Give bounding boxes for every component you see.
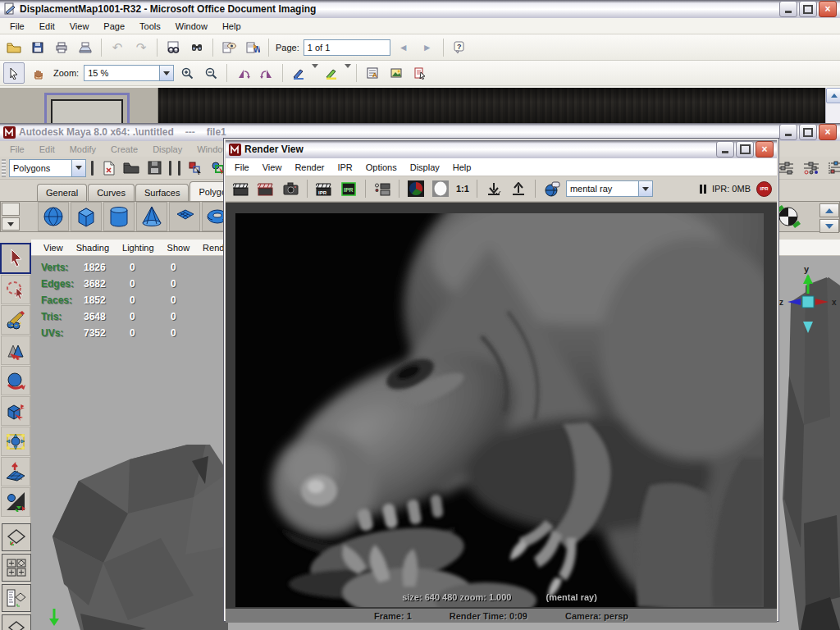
renderer-combobox[interactable]: mental ray bbox=[566, 180, 653, 197]
select-annotation-icon[interactable] bbox=[409, 62, 431, 84]
zoom-combo-arrow-icon[interactable] bbox=[159, 66, 173, 80]
pause-ipr-icon[interactable] bbox=[700, 185, 706, 194]
pen-icon[interactable] bbox=[288, 62, 309, 84]
find-icon[interactable] bbox=[186, 37, 208, 58]
panel-menu-show[interactable]: Show bbox=[162, 241, 196, 254]
maya-menu-modify[interactable]: Modify bbox=[63, 143, 103, 156]
poly-cone-icon[interactable] bbox=[136, 202, 167, 231]
region-render-icon[interactable] bbox=[372, 178, 393, 199]
page-field[interactable]: 1 of 1 bbox=[304, 39, 390, 56]
maya-menu-create[interactable]: Create bbox=[104, 143, 144, 156]
redo-icon[interactable]: ↷ bbox=[130, 37, 152, 58]
highlighter-dropdown-icon[interactable] bbox=[345, 68, 351, 78]
single-pane-layout-icon[interactable] bbox=[2, 523, 31, 551]
previous-page-icon[interactable]: ◄ bbox=[393, 37, 414, 58]
alpha-display-icon[interactable] bbox=[430, 178, 451, 199]
rgb-display-icon[interactable] bbox=[405, 178, 427, 199]
shelf-tab-curves[interactable]: Curves bbox=[88, 184, 135, 201]
modi-close-icon[interactable]: × bbox=[819, 1, 837, 17]
status-separator[interactable] bbox=[91, 161, 94, 176]
undo-icon[interactable]: ↶ bbox=[107, 37, 128, 58]
save-scene-icon[interactable] bbox=[144, 158, 164, 178]
next-page-icon[interactable]: ► bbox=[417, 37, 438, 58]
help-icon[interactable]: ? bbox=[449, 37, 470, 58]
scan-icon[interactable] bbox=[75, 37, 96, 58]
shelf-selector-arrow-icon[interactable] bbox=[2, 217, 20, 231]
modi-menu-edit[interactable]: Edit bbox=[33, 20, 62, 33]
poly-cylinder-icon[interactable] bbox=[103, 202, 135, 231]
maya-close-icon[interactable]: × bbox=[819, 124, 837, 140]
renderer-combo-arrow-icon[interactable] bbox=[638, 181, 652, 196]
keep-image-icon[interactable] bbox=[483, 178, 504, 199]
modi-scrollbar[interactable] bbox=[825, 88, 840, 123]
status-separator[interactable] bbox=[178, 161, 180, 176]
highlighter-icon[interactable] bbox=[321, 62, 342, 84]
open-scene-icon[interactable] bbox=[121, 158, 141, 178]
maya-restore-icon[interactable] bbox=[799, 124, 817, 140]
pen-dropdown-icon[interactable] bbox=[312, 68, 318, 78]
shelf-tab-general[interactable]: General bbox=[37, 184, 87, 201]
maya-menu-file[interactable]: File bbox=[3, 143, 31, 156]
zoom-in-icon[interactable] bbox=[176, 62, 198, 84]
panel-menu-view[interactable]: View bbox=[38, 241, 69, 254]
render-view-maximize-icon[interactable] bbox=[736, 141, 754, 158]
zoom-combobox[interactable]: 15 % bbox=[84, 65, 174, 81]
scale-tool-icon[interactable] bbox=[1, 396, 30, 426]
four-pane-layout-icon[interactable] bbox=[2, 554, 31, 582]
rotate-right-icon[interactable] bbox=[256, 62, 277, 84]
poly-plane-icon[interactable] bbox=[169, 202, 200, 231]
outliner-pane-layout-icon[interactable] bbox=[2, 584, 31, 612]
modi-document-view[interactable] bbox=[158, 88, 825, 123]
modi-thumbnail-pane[interactable] bbox=[0, 88, 158, 123]
ipr-render-icon[interactable]: IPR bbox=[313, 178, 335, 199]
rotate-tool-icon[interactable] bbox=[1, 366, 30, 395]
one-to-one-icon[interactable]: 1:1 bbox=[454, 184, 471, 194]
rv-menu-file[interactable]: File bbox=[229, 161, 255, 174]
move-tool-icon[interactable] bbox=[1, 336, 30, 365]
rendered-image[interactable]: size: 640 480 zoom: 1.000 (mental ray) bbox=[235, 213, 764, 607]
rv-menu-display[interactable]: Display bbox=[404, 161, 445, 174]
maya-minimize-icon[interactable] bbox=[779, 124, 797, 140]
remove-image-icon[interactable] bbox=[508, 178, 529, 199]
modi-titlebar[interactable]: DisplacmentMap1001-R32 - Microsoft Offic… bbox=[0, 0, 840, 18]
zoom-out-icon[interactable] bbox=[200, 62, 221, 84]
rv-menu-ipr[interactable]: IPR bbox=[331, 161, 358, 174]
ocr-recognize-icon[interactable] bbox=[218, 37, 240, 58]
modi-menu-help[interactable]: Help bbox=[216, 20, 248, 33]
print-icon[interactable] bbox=[51, 37, 72, 58]
send-to-word-icon[interactable]: W bbox=[242, 37, 263, 58]
paint-select-tool-icon[interactable] bbox=[1, 305, 30, 335]
redo-previous-render-icon[interactable] bbox=[255, 178, 276, 199]
modi-menu-page[interactable]: Page bbox=[97, 20, 131, 33]
modi-menu-window[interactable]: Window bbox=[169, 20, 214, 33]
insert-picture-icon[interactable] bbox=[386, 62, 407, 84]
new-scene-icon[interactable] bbox=[98, 158, 118, 178]
rv-menu-help[interactable]: Help bbox=[447, 161, 477, 174]
render-view-close-icon[interactable]: × bbox=[756, 141, 774, 158]
panel-menu-lighting[interactable]: Lighting bbox=[116, 241, 160, 254]
channel-box-toggle-icon[interactable] bbox=[827, 158, 840, 178]
maya-menu-edit[interactable]: Edit bbox=[33, 143, 62, 156]
pan-tool-icon[interactable] bbox=[27, 62, 48, 84]
maya-menu-display[interactable]: Display bbox=[146, 143, 189, 156]
render-current-frame-icon[interactable] bbox=[231, 178, 252, 199]
poly-cube-icon[interactable] bbox=[71, 202, 102, 231]
render-view-minimize-icon[interactable] bbox=[716, 141, 734, 158]
ipr-refresh-icon[interactable]: IPR bbox=[338, 178, 359, 199]
modi-menu-view[interactable]: View bbox=[63, 20, 96, 33]
render-view-titlebar[interactable]: Render View × bbox=[226, 140, 777, 158]
show-manipulator-tool-icon[interactable] bbox=[1, 487, 30, 517]
tool-settings-toggle-icon[interactable] bbox=[801, 158, 821, 178]
modi-minimize-icon[interactable] bbox=[779, 1, 797, 17]
reading-view-icon[interactable] bbox=[162, 37, 184, 58]
modi-restore-icon[interactable] bbox=[799, 1, 817, 17]
modi-menu-tools[interactable]: Tools bbox=[133, 20, 167, 33]
shelf-selector-box[interactable] bbox=[2, 203, 20, 216]
soft-modification-tool-icon[interactable] bbox=[1, 457, 30, 486]
menuset-combo-arrow-icon[interactable] bbox=[71, 160, 85, 176]
rv-menu-render[interactable]: Render bbox=[289, 161, 330, 174]
status-grip[interactable] bbox=[2, 159, 6, 177]
render-globals-icon[interactable] bbox=[541, 178, 563, 199]
rotate-left-icon[interactable] bbox=[232, 62, 253, 84]
poly-sphere-icon[interactable] bbox=[38, 202, 69, 231]
